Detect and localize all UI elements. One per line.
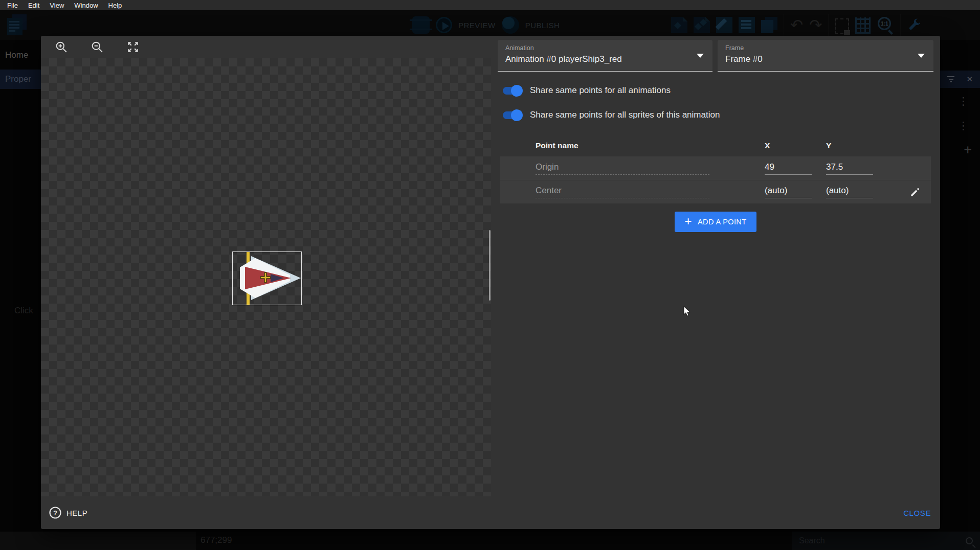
header-x: X xyxy=(765,141,826,150)
close-button[interactable]: CLOSE xyxy=(903,509,931,517)
header-point-name: Point name xyxy=(500,141,765,150)
point-x-field[interactable]: 49 xyxy=(765,162,812,175)
point-name-field[interactable]: Origin xyxy=(536,162,709,175)
chevron-down-icon xyxy=(697,54,704,58)
share-points-animations-toggle[interactable] xyxy=(503,87,521,95)
menu-window[interactable]: Window xyxy=(69,2,103,9)
sprite-canvas-area xyxy=(41,36,491,496)
animation-select-label: Animation xyxy=(505,44,705,52)
frame-select-label: Frame xyxy=(725,44,926,52)
help-label: HELP xyxy=(66,509,87,517)
points-table: Point name X Y Origin 49 37.5 Center (au… xyxy=(500,135,931,203)
chevron-down-icon xyxy=(918,54,925,58)
pencil-icon xyxy=(909,187,921,198)
add-a-point-button[interactable]: + ADD A POINT xyxy=(675,212,757,232)
menu-file[interactable]: File xyxy=(2,2,23,9)
help-button[interactable]: ? HELP xyxy=(49,506,87,519)
player-ship-sprite xyxy=(233,252,301,305)
table-row-center: Center (auto) (auto) xyxy=(500,180,931,203)
zoom-out-icon[interactable] xyxy=(90,40,104,54)
dialog-footer: ? HELP CLOSE xyxy=(41,496,940,529)
add-a-point-label: ADD A POINT xyxy=(698,218,746,226)
plus-icon: + xyxy=(685,216,692,226)
transparency-checkerboard[interactable] xyxy=(41,58,491,496)
share-points-animations-row: Share same points for all animations xyxy=(503,84,933,97)
canvas-toolbar xyxy=(41,36,491,58)
point-x-field[interactable]: (auto) xyxy=(765,186,812,198)
sprite-frame-image xyxy=(232,251,302,305)
menu-view[interactable]: View xyxy=(44,2,69,9)
toggle-label: Share same points for all animations xyxy=(530,85,671,96)
svg-text:?: ? xyxy=(53,509,57,517)
zoom-in-icon[interactable] xyxy=(54,40,69,54)
header-y: Y xyxy=(826,141,895,150)
points-table-header: Point name X Y xyxy=(500,135,931,156)
share-points-sprites-row: Share same points for all sprites of thi… xyxy=(503,108,933,122)
point-y-field[interactable]: 37.5 xyxy=(826,162,873,175)
edit-point-button[interactable] xyxy=(907,185,923,200)
animation-select[interactable]: Animation Animation #0 playerShip3_red xyxy=(498,40,712,72)
frame-select-value: Frame #0 xyxy=(725,54,926,64)
frame-select[interactable]: Frame Frame #0 xyxy=(718,40,933,72)
share-points-sprites-toggle[interactable] xyxy=(503,111,521,119)
point-name-field[interactable]: Center xyxy=(536,186,709,198)
canvas-scrollbar[interactable] xyxy=(489,230,491,301)
points-panel: Animation Animation #0 playerShip3_red F… xyxy=(491,36,940,496)
point-y-field[interactable]: (auto) xyxy=(826,186,873,198)
toggle-label: Share same points for all sprites of thi… xyxy=(530,110,720,120)
question-circle-icon: ? xyxy=(49,506,62,519)
menu-edit[interactable]: Edit xyxy=(23,2,44,9)
fit-to-screen-icon[interactable] xyxy=(126,40,140,54)
table-row-origin: Origin 49 37.5 xyxy=(500,156,931,180)
menu-bar: File Edit View Window Help xyxy=(0,0,980,10)
menu-help[interactable]: Help xyxy=(103,2,127,9)
edit-points-dialog: Animation Animation #0 playerShip3_red F… xyxy=(41,36,940,529)
animation-select-value: Animation #0 playerShip3_red xyxy=(505,54,705,64)
